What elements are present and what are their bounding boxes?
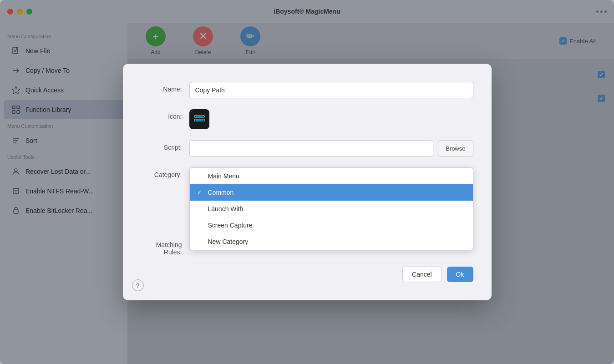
dropdown-label-screen-capture: Screen Capture xyxy=(208,222,253,229)
ok-button[interactable]: Ok xyxy=(447,267,473,282)
app-window: iBoysoft® MagicMenu Menu Configuration xyxy=(0,0,614,364)
icon-preview[interactable] xyxy=(189,109,209,129)
help-button[interactable]: ? xyxy=(132,279,144,291)
browse-button[interactable]: Browse xyxy=(438,140,473,157)
dialog-script-row: Script: Browse xyxy=(141,140,473,157)
dialog-category-row: Category: Main Menu ✓ Common xyxy=(141,167,473,178)
icon-label: Icon: xyxy=(141,109,182,120)
category-label: Category: xyxy=(141,167,182,178)
dialog-icon-row: Icon: xyxy=(141,109,473,129)
dropdown-item-launch-with[interactable]: Launch With xyxy=(190,201,473,217)
dialog-buttons: Cancel Ok xyxy=(141,267,473,282)
dropdown-item-common[interactable]: ✓ Common xyxy=(190,184,473,201)
dialog-name-row: Name: xyxy=(141,82,473,98)
dropdown-label-main-menu: Main Menu xyxy=(208,172,239,180)
script-input[interactable] xyxy=(189,140,434,157)
dropdown-item-screen-capture[interactable]: Screen Capture xyxy=(190,217,473,233)
dialog: Name: Icon: Script: xyxy=(123,64,492,300)
script-input-row: Browse xyxy=(189,140,473,157)
dropdown-item-main-menu[interactable]: Main Menu xyxy=(190,168,473,184)
dropdown-label-common: Common xyxy=(208,189,234,196)
dropdown-label-new-category: New Category xyxy=(208,238,249,245)
dialog-overlay: Name: Icon: Script: xyxy=(0,0,614,364)
category-dropdown[interactable]: Main Menu ✓ Common Launch With Scree xyxy=(189,167,473,250)
name-input[interactable] xyxy=(189,82,473,98)
matching-rules-label: Matching Rules: xyxy=(141,238,182,256)
script-label: Script: xyxy=(141,140,182,151)
dropdown-item-new-category[interactable]: New Category xyxy=(190,233,473,250)
dropdown-label-launch-with: Launch With xyxy=(208,205,244,212)
name-label: Name: xyxy=(141,82,182,93)
cancel-button[interactable]: Cancel xyxy=(402,267,441,282)
